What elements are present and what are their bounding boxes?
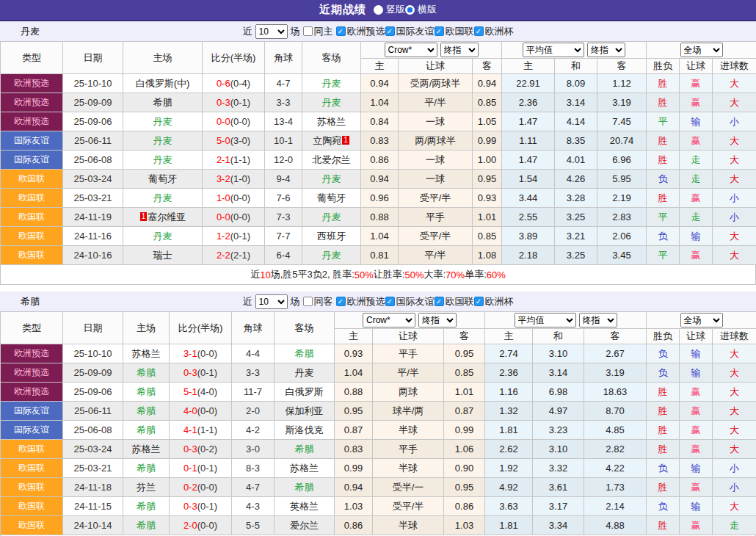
fulltime-score: 5-1 (183, 386, 197, 397)
crow-handicap-cell: 平手 (373, 344, 444, 363)
checkbox-checked-icon[interactable]: ✓ (385, 26, 395, 36)
home-team-cell: 葡萄牙 (123, 170, 203, 189)
same-side-filter[interactable]: 同客 (303, 295, 333, 308)
competition-filter[interactable]: ✓欧国联 (435, 25, 474, 38)
avg-away-odds-cell: 2.82 (584, 440, 647, 459)
halftime-score: (0-1) (197, 501, 217, 512)
final-index-select[interactable]: 终指 (418, 313, 457, 327)
match-date-cell: 25-10-10 (63, 74, 123, 93)
avg-away-odds-cell: 4.88 (584, 516, 647, 535)
checkbox-checked-icon[interactable]: ✓ (336, 297, 346, 306)
checkbox-unchecked-icon[interactable] (303, 26, 313, 36)
avg-home-odds-cell: 3.44 (502, 189, 555, 208)
result-goals-cell: 小 (713, 208, 756, 227)
result-wdl-cell: 负 (647, 459, 680, 478)
checkbox-checked-icon[interactable]: ✓ (435, 297, 444, 306)
home-team-cell: 希腊 (123, 402, 170, 421)
competition-filter[interactable]: ✓欧洲预选 (336, 25, 385, 38)
team-name-text: 希腊 (137, 424, 156, 435)
competition-filter[interactable]: ✓欧洲预选 (336, 295, 385, 308)
bookmaker-select[interactable]: Crow* (363, 313, 415, 327)
result-wdl-cell: 平 (647, 112, 680, 131)
checkbox-checked-icon[interactable]: ✓ (474, 26, 484, 36)
match-count-select[interactable]: 10 (255, 24, 288, 39)
checkbox-checked-icon[interactable]: ✓ (474, 297, 484, 306)
crow-home-odds-cell: 1.04 (361, 93, 399, 112)
fulltime-select[interactable]: 全场 (680, 313, 723, 327)
match-date-cell: 25-09-06 (63, 383, 123, 402)
checkbox-checked-icon[interactable]: ✓ (435, 26, 444, 36)
match-date-cell: 24-10-16 (63, 246, 123, 265)
match-date-cell: 24-11-16 (63, 227, 123, 246)
halftime-score: (1-1) (230, 154, 250, 165)
team-name-text: 希腊 (137, 386, 156, 397)
checkbox-checked-icon[interactable]: ✓ (385, 297, 395, 306)
result-wdl-cell: 平 (647, 246, 680, 265)
crow-away-odds-cell: 1.01 (444, 383, 485, 402)
match-row: 欧洲预选25-09-09希腊0-3(0-1)3-3丹麦1.04平/半0.852.… (1, 363, 756, 383)
halftime-score: (0-0) (230, 192, 250, 203)
score-cell: 4-1(1-1) (170, 421, 232, 440)
competition-filter[interactable]: ✓欧洲杯 (474, 25, 514, 38)
match-type-cell: 欧国联 (1, 208, 63, 227)
average-select[interactable]: 平均值 (515, 313, 576, 327)
competition-filter[interactable]: ✓欧国联 (435, 295, 474, 308)
corner-cell: 6-4 (265, 246, 302, 265)
avg-home-odds-cell: 2.74 (485, 344, 533, 363)
radio-button-icon[interactable] (374, 5, 383, 15)
competition-filter[interactable]: ✓国际友谊 (385, 25, 435, 38)
match-date-cell: 25-06-11 (63, 131, 123, 151)
summary-text: 让胜率: (374, 268, 405, 281)
section-controls: 希腊 近 10 场 同客 ✓欧洲预选✓国际友谊✓欧国联✓欧洲杯 (0, 291, 756, 311)
result-wdl-cell: 负 (647, 344, 680, 363)
match-date-cell: 25-10-10 (63, 344, 123, 363)
red-card-badge: 1 (342, 136, 349, 145)
team-name-text: 丹麦 (322, 173, 341, 184)
result-wdl-cell: 胜 (647, 74, 680, 93)
result-handicap-cell: 赢 (680, 516, 713, 535)
fulltime-score: 0-6 (217, 78, 230, 89)
match-date-cell: 25-03-21 (63, 189, 123, 208)
result-wdl-cell: 胜 (647, 421, 680, 440)
score-cell: 3-2(1-0) (203, 170, 265, 189)
radio-button-icon[interactable] (405, 5, 415, 15)
fulltime-score: 5-0 (217, 135, 230, 146)
red-card-badge: 1 (140, 212, 148, 221)
checkbox-unchecked-icon[interactable] (303, 297, 313, 306)
result-wdl-cell: 胜 (647, 440, 680, 459)
same-side-filter[interactable]: 同主 (303, 25, 333, 38)
halftime-score: (0-1) (197, 367, 217, 378)
crow-handicap-cell: 受平/半 (399, 227, 473, 246)
final-index-select[interactable]: 终指 (440, 43, 479, 57)
fulltime-select[interactable]: 全场 (680, 43, 723, 57)
bookmaker-select[interactable]: Crow* (385, 43, 437, 57)
result-handicap-cell: 输 (680, 497, 713, 516)
match-count-select[interactable]: 10 (255, 294, 288, 309)
average-select[interactable]: 平均值 (523, 43, 584, 57)
competition-filter[interactable]: ✓欧洲杯 (474, 295, 514, 308)
home-team-cell: 苏格兰 (123, 344, 170, 363)
match-row: 欧国联24-10-16瑞士2-2(2-1)6-4丹麦0.81平/半1.082.1… (1, 246, 756, 265)
avg-away-odds-cell: 18.63 (584, 383, 647, 402)
layout-radio-group: 竖版横版 (374, 3, 437, 17)
result-wdl-cell: 胜 (647, 189, 680, 208)
titlebar: 近期战绩 竖版横版 (0, 0, 756, 21)
crow-home-odds-cell: 0.94 (335, 478, 373, 497)
away-team-cell: 丹麦 (302, 246, 361, 265)
checkbox-checked-icon[interactable]: ✓ (336, 26, 346, 36)
corner-cell: 3-0 (232, 440, 275, 459)
team-name-text: 立陶宛 (313, 135, 341, 146)
col-avg-away: 客 (597, 59, 647, 74)
page-title: 近期战绩 (319, 3, 366, 17)
layout-option[interactable]: 横版 (405, 3, 437, 16)
crow-home-odds-cell: 0.86 (361, 151, 399, 170)
final-index-select[interactable]: 终指 (579, 313, 617, 327)
team-name-text: 希腊 (137, 367, 156, 378)
crow-away-odds-cell: 1.05 (473, 112, 502, 131)
layout-option[interactable]: 竖版 (374, 3, 405, 16)
fulltime-score: 0-3 (217, 97, 230, 108)
result-goals-cell: 小 (713, 478, 756, 497)
final-index-select[interactable]: 终指 (587, 43, 625, 57)
competition-filter[interactable]: ✓国际友谊 (385, 295, 435, 308)
corner-cell: 4-7 (232, 478, 275, 497)
